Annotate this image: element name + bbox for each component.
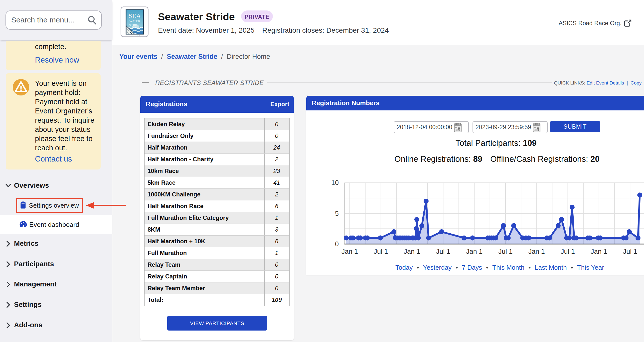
svg-text:Jan 1: Jan 1 bbox=[342, 248, 358, 255]
svg-text:STRIDE: STRIDE bbox=[129, 23, 140, 27]
svg-text:5: 5 bbox=[335, 210, 339, 217]
svg-text:SEA: SEA bbox=[128, 12, 141, 19]
svg-text:Jul 1: Jul 1 bbox=[498, 248, 512, 255]
svg-text:0: 0 bbox=[335, 240, 339, 248]
svg-text:Jan 1: Jan 1 bbox=[404, 248, 420, 255]
svg-text:10: 10 bbox=[331, 179, 339, 186]
svg-text:Jul 1: Jul 1 bbox=[436, 248, 450, 255]
svg-text:Jan 1: Jan 1 bbox=[590, 248, 607, 255]
svg-text:WATER: WATER bbox=[129, 19, 140, 23]
svg-text:Jan 1: Jan 1 bbox=[528, 248, 545, 255]
svg-text:Jul 1: Jul 1 bbox=[623, 248, 637, 255]
svg-text:Jul 1: Jul 1 bbox=[561, 248, 575, 255]
svg-text:Say city series: Say city series bbox=[137, 35, 143, 36]
svg-text:Jan 1: Jan 1 bbox=[466, 248, 482, 255]
svg-text:Jul 1: Jul 1 bbox=[374, 248, 388, 255]
